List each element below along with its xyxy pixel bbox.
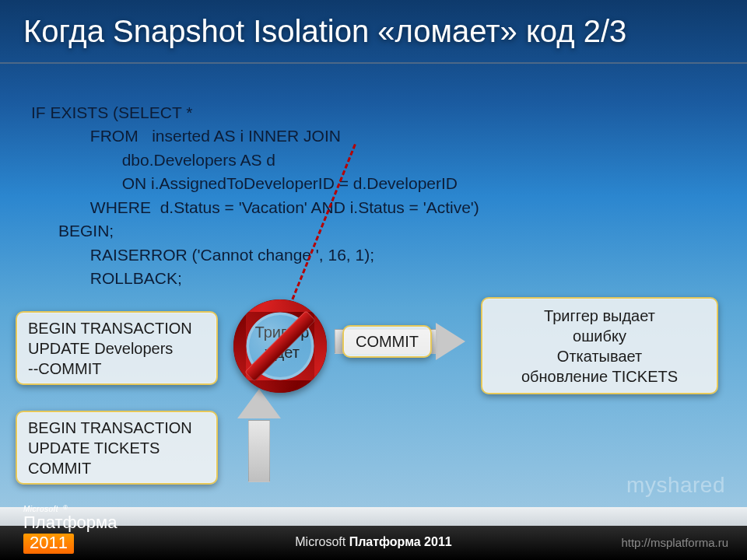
box-update-developers: BEGIN TRANSACTION UPDATE Developers --CO… xyxy=(16,311,218,385)
brand-name: Платформа xyxy=(23,513,117,532)
sql-code-block: IF EXISTS (SELECT * FROM inserted AS i I… xyxy=(31,101,479,291)
footer-center-prefix: Microsoft xyxy=(295,535,349,548)
slide-title: Когда Snapshot Isolation «ломает» код 2/… xyxy=(23,14,626,49)
footer-url: http://msplatforma.ru xyxy=(621,536,728,549)
footer: Microsoft ® Платформа 2011 Microsoft Пла… xyxy=(0,506,747,560)
box-result: Триггер выдает ошибку Откатывает обновле… xyxy=(481,297,718,394)
box-update-tickets: BEGIN TRANSACTION UPDATE TICKETS COMMIT xyxy=(16,411,218,485)
prohibit-icon xyxy=(233,299,327,393)
brand-registered-icon: ® xyxy=(63,505,68,512)
watermark-text: myshared xyxy=(626,473,725,498)
box-commit: COMMIT xyxy=(342,325,432,358)
arrow-up xyxy=(237,389,281,482)
title-divider xyxy=(0,62,747,64)
footer-center-bold: Платформа 2011 xyxy=(349,535,452,548)
